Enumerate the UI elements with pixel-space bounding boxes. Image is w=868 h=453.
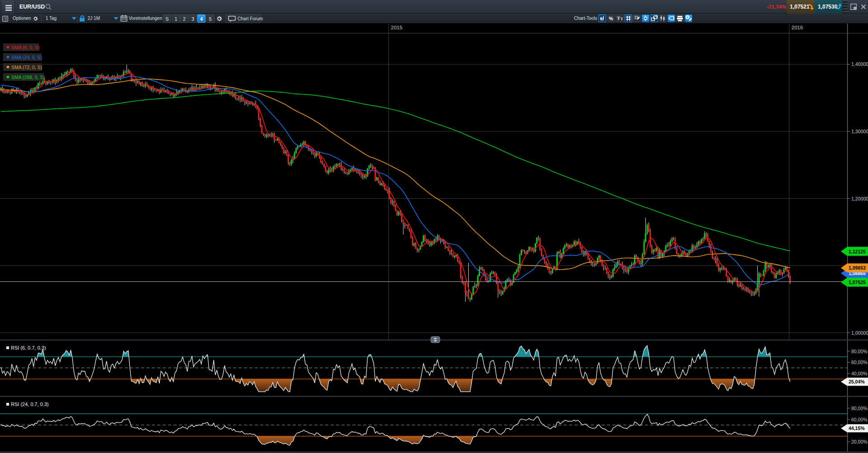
svg-text:25,04%: 25,04%: [849, 379, 865, 384]
svg-text:SMA (72, 0, S): SMA (72, 0, S): [11, 65, 42, 70]
svg-text:80,00%: 80,00%: [851, 349, 868, 354]
svg-text:2016: 2016: [792, 25, 803, 30]
svg-text:1,12125: 1,12125: [849, 249, 866, 254]
svg-text:T: T: [617, 15, 621, 21]
svg-text:80,00%: 80,00%: [851, 406, 868, 411]
svg-text:1,00000: 1,00000: [851, 330, 868, 336]
svg-text:20,00%: 20,00%: [851, 439, 868, 444]
svg-text:1,07525: 1,07525: [849, 280, 866, 285]
svg-text:SMA (24, 0, S): SMA (24, 0, S): [11, 55, 42, 60]
svg-text:1,09653: 1,09653: [849, 265, 866, 271]
svg-text:T: T: [621, 17, 623, 21]
svg-text:2015: 2015: [391, 25, 403, 30]
svg-text:40,00%: 40,00%: [851, 371, 868, 376]
svg-text:%: %: [609, 16, 613, 21]
svg-text:RSI (6, 0.7, 0.3): RSI (6, 0.7, 0.3): [11, 345, 46, 350]
svg-text:1,40000: 1,40000: [851, 61, 868, 67]
svg-text:SMA (288, 0, S): SMA (288, 0, S): [11, 75, 45, 80]
svg-text:60,00%: 60,00%: [851, 417, 868, 422]
svg-text:RSI (24, 0.7, 0.3): RSI (24, 0.7, 0.3): [11, 402, 49, 407]
svg-text:SMA (6, 0, S): SMA (6, 0, S): [11, 45, 39, 50]
svg-text:60,00%: 60,00%: [851, 360, 868, 365]
svg-text:44,15%: 44,15%: [849, 425, 865, 431]
svg-text:1,20000: 1,20000: [851, 196, 868, 201]
svg-text:1,30000: 1,30000: [851, 129, 868, 134]
